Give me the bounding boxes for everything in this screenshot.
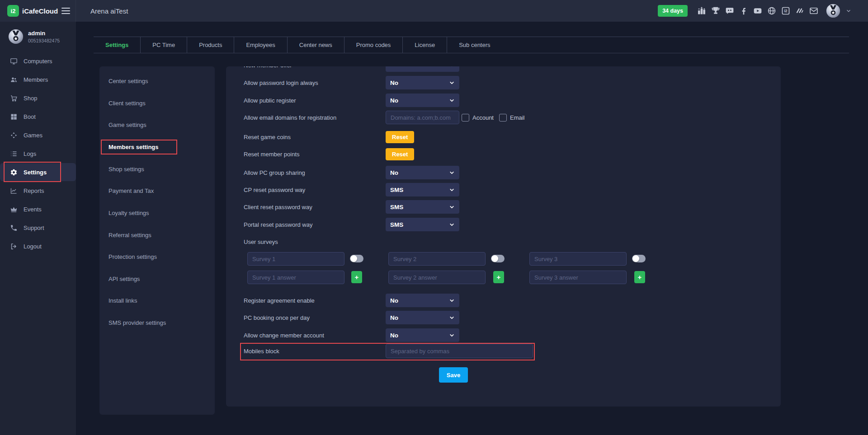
save-button[interactable]: Save xyxy=(439,367,468,383)
logo[interactable]: i2 iCafeCloud xyxy=(0,0,76,22)
sidebar-item-boot[interactable]: Boot xyxy=(0,108,76,126)
change-member-account-select[interactable]: No xyxy=(386,328,459,342)
password-login-select[interactable]: No xyxy=(386,76,459,89)
client-reset-password-select[interactable]: SMS xyxy=(386,200,459,214)
chevron-down-icon xyxy=(449,187,455,193)
sidebar-item-logout[interactable]: Logout xyxy=(0,237,76,255)
discord-icon[interactable] xyxy=(725,6,734,15)
row-client-reset-password: Client reset password way SMS xyxy=(244,200,459,214)
account-checkbox[interactable] xyxy=(462,114,469,122)
exit-icon xyxy=(10,243,18,250)
list-icon xyxy=(10,150,18,158)
members-settings-form: New member offer Allow password login al… xyxy=(226,66,781,407)
sidebar-item-games[interactable]: Games xyxy=(0,126,76,144)
chevron-down-icon[interactable] xyxy=(845,8,852,14)
sidebar-item-events[interactable]: Events xyxy=(0,200,76,218)
globe-icon[interactable] xyxy=(767,6,776,15)
windows-icon xyxy=(10,113,18,121)
survey-answers-row: + + + xyxy=(244,271,764,284)
sidebar-user[interactable]: admin 005193482475 xyxy=(0,22,76,44)
chevron-down-icon xyxy=(449,204,455,210)
mail-icon[interactable] xyxy=(809,6,818,15)
row-reset-game-coins: Reset game coins Reset xyxy=(244,130,414,144)
settings-nav-api[interactable]: API settings xyxy=(108,276,140,283)
tab-products[interactable]: Products xyxy=(187,37,234,53)
settings-nav-game[interactable]: Game settings xyxy=(108,122,146,129)
settings-nav-client[interactable]: Client settings xyxy=(108,100,146,108)
podium-icon[interactable] xyxy=(697,6,706,15)
settings-nav-members[interactable]: Members settings xyxy=(108,144,159,151)
settings-nav-referral[interactable]: Referral settings xyxy=(108,232,151,239)
sidebar-item-settings[interactable]: Settings xyxy=(0,163,76,181)
tab-license[interactable]: License xyxy=(402,37,447,53)
row-register-agreement: Register agreement enable No xyxy=(244,294,459,307)
reset-member-points-button[interactable]: Reset xyxy=(386,148,414,160)
center-name-title: Arena aiTest xyxy=(90,7,128,15)
mobiles-block-input[interactable] xyxy=(386,344,533,358)
sidebar-item-computers[interactable]: Computers xyxy=(0,52,76,70)
facebook-icon[interactable] xyxy=(739,6,748,15)
pc-booking-select[interactable]: No xyxy=(386,311,459,324)
tab-center-news[interactable]: Center news xyxy=(287,37,344,53)
chevron-down-icon xyxy=(449,170,455,176)
tab-sub-centers[interactable]: Sub centers xyxy=(447,37,502,53)
survey-2-input[interactable] xyxy=(388,252,486,266)
cp-reset-password-select[interactable]: SMS xyxy=(386,183,459,196)
settings-nav-loyalty[interactable]: Loyalty settings xyxy=(108,210,149,217)
settings-nav-protection[interactable]: Protection settings xyxy=(108,253,157,261)
survey-1-add-button[interactable]: + xyxy=(351,271,362,283)
portal-reset-password-select[interactable]: SMS xyxy=(386,218,459,231)
register-agreement-select[interactable]: No xyxy=(386,294,459,307)
survey-3-toggle[interactable] xyxy=(632,255,646,262)
settings-nav-sms[interactable]: SMS provider settings xyxy=(108,319,166,327)
chevron-down-icon xyxy=(449,315,455,321)
email-checkbox-group: Email xyxy=(499,114,525,122)
settings-nav-install[interactable]: Install links xyxy=(108,297,137,305)
tab-settings[interactable]: Settings xyxy=(94,37,140,53)
user-avatar xyxy=(8,29,24,44)
sidebar-item-shop[interactable]: Shop xyxy=(0,89,76,107)
sidebar-item-reports[interactable]: Reports xyxy=(0,182,76,200)
survey-3-add-button[interactable]: + xyxy=(634,271,645,283)
avatar[interactable] xyxy=(826,4,840,18)
survey-3-input[interactable] xyxy=(529,252,627,266)
settings-nav-center[interactable]: Center settings xyxy=(108,78,148,85)
survey-1-toggle[interactable] xyxy=(350,255,363,262)
icafecloud-icon[interactable]: i2 xyxy=(781,6,790,15)
tab-promo-codes[interactable]: Promo codes xyxy=(344,37,403,53)
sidebar-item-logs[interactable]: Logs xyxy=(0,145,76,163)
survey-3-answer-input[interactable] xyxy=(529,271,627,284)
svg-text:i2: i2 xyxy=(784,9,788,13)
sidebar-item-members[interactable]: Members xyxy=(0,70,76,89)
survey-2-add-button[interactable]: + xyxy=(493,271,504,283)
row-change-member-account: Allow change member account No xyxy=(244,328,459,342)
tab-employees[interactable]: Employees xyxy=(234,37,287,53)
people-icon xyxy=(10,76,18,84)
row-pc-booking: PC booking once per day No xyxy=(244,311,459,324)
survey-1-input[interactable] xyxy=(247,252,344,266)
settings-nav-payment[interactable]: Payment and Tax xyxy=(108,187,154,195)
license-days-badge[interactable]: 34 days xyxy=(658,5,688,17)
user-id: 005193482475 xyxy=(28,38,60,43)
row-password-login: Allow password login always No xyxy=(244,76,459,89)
row-user-surveys: User surveys xyxy=(244,235,386,248)
youtube-icon[interactable] xyxy=(753,6,762,15)
new-member-offer-select[interactable] xyxy=(386,66,459,72)
hamburger-menu-icon[interactable] xyxy=(61,8,70,14)
chevron-down-icon xyxy=(449,332,455,338)
settings-nav-shop[interactable]: Shop settings xyxy=(108,166,144,173)
trophy-icon[interactable] xyxy=(711,6,720,15)
reset-game-coins-button[interactable]: Reset xyxy=(386,131,414,143)
sidebar-item-support[interactable]: Support xyxy=(0,219,76,237)
survey-2-answer-input[interactable] xyxy=(388,271,486,284)
collection-icon[interactable] xyxy=(795,6,804,15)
survey-2-toggle[interactable] xyxy=(491,255,505,262)
logo-text: iCafeCloud xyxy=(22,7,58,15)
public-register-select[interactable]: No xyxy=(386,94,459,107)
email-domains-input[interactable] xyxy=(386,111,459,124)
pc-group-sharing-select[interactable]: No xyxy=(386,166,459,179)
row-pc-group-sharing: Allow PC group sharing No xyxy=(244,166,459,179)
tab-pc-time[interactable]: PC Time xyxy=(140,37,187,53)
survey-1-answer-input[interactable] xyxy=(247,271,344,284)
email-checkbox[interactable] xyxy=(499,114,507,122)
